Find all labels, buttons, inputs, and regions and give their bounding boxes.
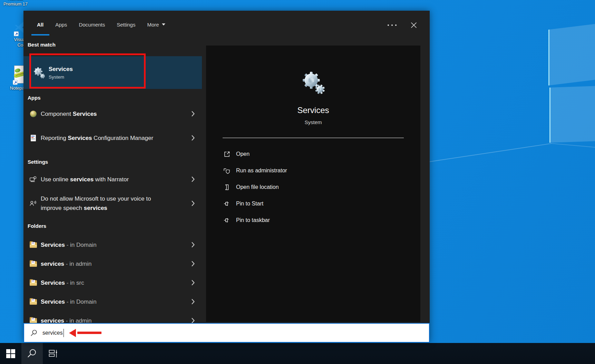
result-speech-setting[interactable]: Do not allow Microsoft to use your voice… <box>23 190 202 217</box>
section-header-folders: Folders <box>23 222 202 230</box>
folder-icon <box>30 299 37 305</box>
wallpaper-floor-line <box>551 143 595 148</box>
tab-more[interactable]: More <box>141 11 171 38</box>
preview-subtitle: System <box>304 119 322 125</box>
section-header-settings: Settings <box>23 158 202 166</box>
result-folder-2[interactable]: Services - in src <box>23 274 202 292</box>
result-folder-4[interactable]: services - in admin <box>23 312 202 323</box>
annotation-red-arrow <box>69 329 101 337</box>
result-narrator-setting[interactable]: Use online services with Narrator <box>23 170 202 188</box>
action-open[interactable]: Open <box>223 146 420 162</box>
preview-title: Services <box>297 105 329 115</box>
taskbar <box>0 343 595 364</box>
chevron-right-icon[interactable] <box>191 176 195 182</box>
search-icon <box>30 329 38 336</box>
folder-icon <box>30 318 37 323</box>
search-input[interactable]: services <box>23 323 430 343</box>
result-folder-1[interactable]: services - in admin <box>23 255 202 273</box>
action-open-file-location[interactable]: Open file location <box>223 179 420 195</box>
best-match-subtitle: System <box>49 74 73 80</box>
close-icon[interactable] <box>410 22 417 29</box>
windows-logo-icon <box>6 349 15 358</box>
folder-icon <box>30 261 37 267</box>
search-icon <box>27 348 37 359</box>
chevron-right-icon[interactable] <box>191 317 195 323</box>
action-run-as-administrator[interactable]: Run as administrator <box>223 162 420 179</box>
result-folder-3[interactable]: Services - in Domain <box>23 293 202 311</box>
desktop-icon-label: Navicat Premium 17 <box>0 0 31 7</box>
section-header-best-match: Best match <box>23 41 202 49</box>
tab-all[interactable]: All <box>31 11 49 38</box>
open-icon <box>223 151 231 158</box>
action-pin-to-start[interactable]: Pin to Start <box>223 195 420 212</box>
search-filter-tabs: All Apps Documents Settings More <box>23 11 430 38</box>
pin-icon <box>223 217 231 224</box>
task-view-button[interactable] <box>43 343 64 364</box>
preview-divider <box>223 138 404 138</box>
text-cursor <box>64 329 64 337</box>
best-match-result-services[interactable]: Services System <box>23 56 202 89</box>
voice-icon <box>29 200 37 207</box>
search-input-value: services <box>42 330 63 336</box>
desktop-icon-navicat[interactable]: Navicat Premium 17 <box>0 0 31 7</box>
action-pin-to-taskbar[interactable]: Pin to taskbar <box>223 212 420 229</box>
best-match-title: Services <box>49 66 73 73</box>
services-gears-icon <box>33 66 46 79</box>
file-location-icon <box>223 184 231 191</box>
chevron-down-icon <box>162 23 165 26</box>
wallpaper-floor-line <box>430 143 551 162</box>
chevron-right-icon[interactable] <box>191 280 195 286</box>
chevron-right-icon[interactable] <box>191 242 195 248</box>
folder-icon <box>30 242 37 248</box>
folder-icon <box>30 280 37 286</box>
tab-settings[interactable]: Settings <box>111 11 141 38</box>
overflow-menu-button[interactable] <box>388 24 397 26</box>
chevron-right-icon[interactable] <box>191 200 195 206</box>
chevron-right-icon[interactable] <box>191 111 195 117</box>
tab-apps[interactable]: Apps <box>49 11 73 38</box>
result-reporting-services[interactable]: Reporting Services Configuration Manager <box>23 124 202 152</box>
chevron-right-icon[interactable] <box>191 299 195 305</box>
taskbar-search-button[interactable] <box>21 343 43 364</box>
tab-all-label: All <box>37 22 43 28</box>
wallpaper-window-pane-bottom <box>549 86 595 143</box>
search-results-list: Best match <box>23 41 202 323</box>
tab-documents[interactable]: Documents <box>73 11 111 38</box>
shortcut-arrow-icon <box>13 80 18 85</box>
reporting-services-icon <box>31 135 36 141</box>
component-services-icon <box>30 111 37 117</box>
start-button[interactable] <box>0 343 21 364</box>
narrator-icon <box>29 176 37 183</box>
chevron-right-icon[interactable] <box>191 261 195 267</box>
result-folder-0[interactable]: Services - in Domain <box>23 236 202 254</box>
wallpaper-window-pane-top <box>548 24 595 85</box>
section-header-apps: Apps <box>23 94 202 102</box>
services-gears-icon-large <box>301 70 326 95</box>
windows-search-flyout: All Apps Documents Settings More Best ma… <box>23 11 430 343</box>
result-component-services[interactable]: Component Services <box>23 105 202 123</box>
shield-icon <box>223 167 231 174</box>
chevron-right-icon[interactable] <box>191 135 195 141</box>
shortcut-arrow-icon <box>14 31 19 36</box>
active-tab-underline <box>31 34 49 36</box>
pin-icon <box>223 200 231 207</box>
task-view-icon <box>49 350 58 358</box>
result-preview-panel: Services System Open Run as administrato… <box>206 46 420 322</box>
